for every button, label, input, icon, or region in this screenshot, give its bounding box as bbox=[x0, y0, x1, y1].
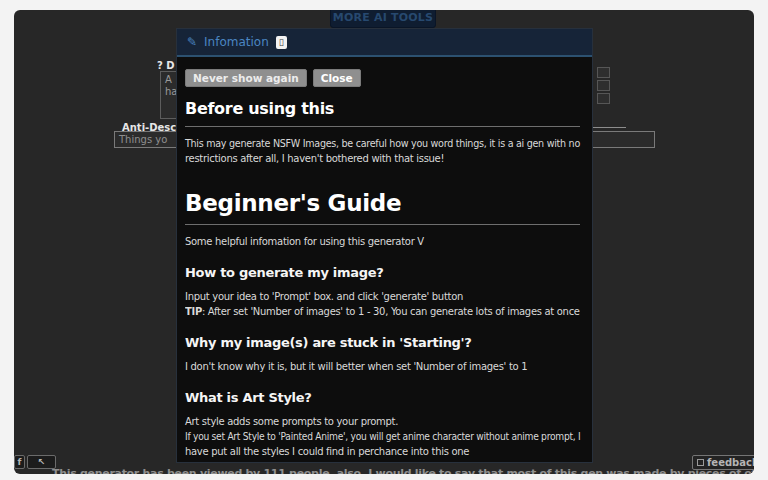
never-show-again-button[interactable]: Never show again bbox=[185, 69, 307, 87]
faq-answer-line: I don't know why it is, but it will bett… bbox=[185, 359, 580, 374]
faq-answer-line: have put all the styles I could find in … bbox=[185, 444, 580, 459]
faq-answer-line: Art style adds some prompts to your prom… bbox=[185, 414, 580, 429]
feedback-button[interactable]: feedback bbox=[692, 455, 754, 470]
more-ai-tools-button[interactable]: MORE AI TOOLS bbox=[330, 10, 436, 28]
divider bbox=[185, 224, 580, 225]
faq-answer-line: If you set Art Style to 'Painted Anime',… bbox=[185, 429, 546, 444]
description-label: ? D bbox=[157, 60, 175, 71]
information-modal: ✎ Infomation ▯ Never show again Close Be… bbox=[176, 28, 593, 463]
modal-body: Never show again Close Before using this… bbox=[177, 57, 592, 459]
paragraph-line: This may generate NSFW Images, be carefu… bbox=[185, 136, 564, 151]
faq-answer-tip-line: TIP: After set 'Number of images' to 1 -… bbox=[185, 304, 579, 319]
divider bbox=[593, 127, 626, 128]
tofu-badge-icon: ▯ bbox=[276, 36, 287, 49]
stepper-button[interactable] bbox=[597, 67, 610, 78]
divider bbox=[185, 126, 580, 127]
before-using-paragraph: This may generate NSFW Images, be carefu… bbox=[185, 136, 580, 166]
modal-title: Infomation bbox=[204, 35, 269, 49]
tip-label: TIP bbox=[185, 306, 202, 317]
view-stats-text: This generator has been viewed by 111 pe… bbox=[52, 467, 754, 474]
faq-question-generate: How to generate my image? bbox=[185, 265, 580, 280]
generator-page-background: MORE AI TOOLS ? D A ha Anti-Desc Things … bbox=[14, 10, 754, 474]
tip-text: : After set 'Number of images' to 1 - 30… bbox=[202, 306, 580, 317]
section-title-before-using-this: Before using this bbox=[185, 99, 580, 118]
fullscreen-button[interactable]: f bbox=[14, 455, 25, 469]
faq-question-stuck-starting: Why my image(s) are stuck in 'Starting'? bbox=[185, 335, 580, 350]
faq-answer-line: Input your idea to 'Prompt' box. and cli… bbox=[185, 289, 580, 304]
paragraph-line: restrictions after all, I haven't bother… bbox=[185, 151, 580, 166]
feedback-icon bbox=[697, 459, 704, 466]
modal-header: ✎ Infomation ▯ bbox=[177, 29, 592, 57]
close-button[interactable]: Close bbox=[313, 69, 361, 87]
guide-subtitle: Some helpful infomation for using this g… bbox=[185, 234, 580, 249]
faq-question-art-style: What is Art Style? bbox=[185, 390, 580, 405]
modal-button-row: Never show again Close bbox=[185, 69, 580, 87]
beginners-guide-title: Beginner's Guide bbox=[185, 190, 580, 216]
feedback-label: feedback bbox=[707, 457, 754, 468]
pencil-icon: ✎ bbox=[187, 35, 197, 49]
stepper-button[interactable] bbox=[597, 93, 610, 104]
stepper-button[interactable] bbox=[597, 80, 610, 91]
